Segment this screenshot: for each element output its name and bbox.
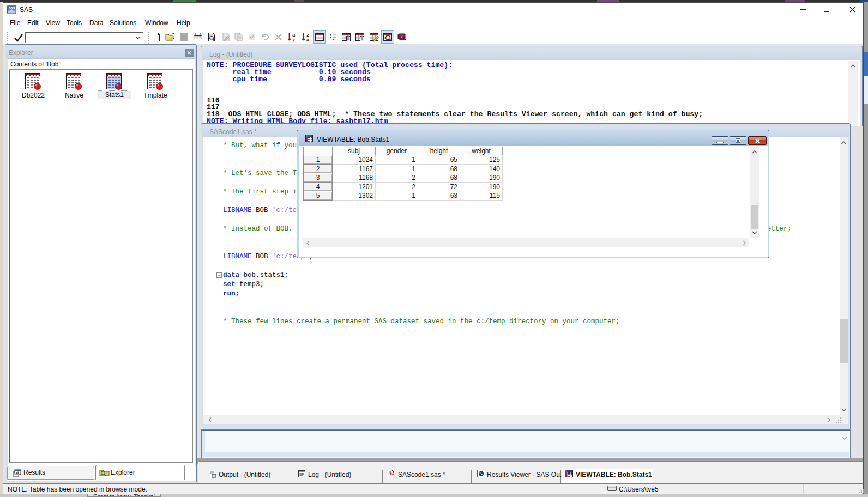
- svg-text:a: a: [306, 38, 310, 43]
- svg-text:sas: sas: [9, 6, 15, 10]
- svg-text:z: z: [292, 38, 295, 43]
- svg-text:?: ?: [400, 34, 403, 39]
